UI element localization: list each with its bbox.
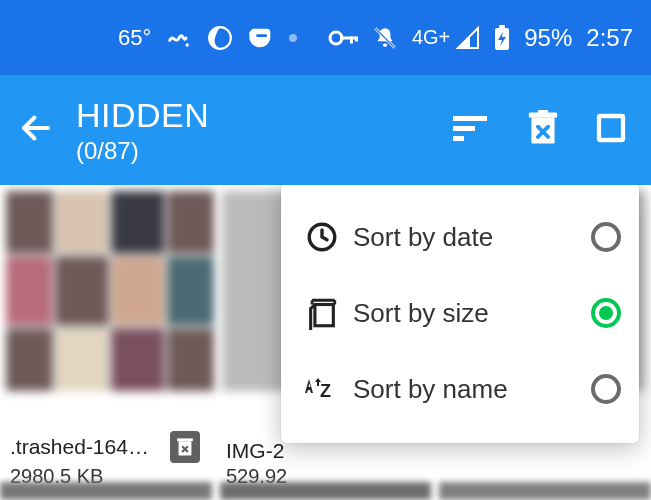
size-icon (299, 296, 345, 330)
svg-rect-14 (453, 136, 464, 141)
clock-icon (299, 220, 345, 254)
svg-rect-18 (599, 116, 623, 140)
select-all-button[interactable] (595, 112, 627, 148)
page-title: HIDDEN (76, 96, 453, 135)
sort-option-label: Sort by name (345, 374, 591, 405)
statusbar: 65° 4G+ 95% 2:57 (0, 0, 651, 75)
file-name: .trashed-164… (10, 435, 149, 459)
key-icon (328, 29, 358, 47)
svg-rect-3 (340, 36, 356, 39)
network-type: 4G+ (412, 26, 450, 49)
battery-charging-icon (494, 25, 510, 51)
svg-text:Z: Z (320, 381, 331, 401)
svg-rect-5 (355, 36, 358, 41)
next-row-peek (0, 482, 651, 500)
radio-unselected-icon (591, 374, 621, 404)
svg-rect-10 (499, 25, 505, 28)
svg-point-0 (186, 43, 189, 46)
sort-button[interactable] (453, 114, 491, 146)
sort-by-date-option[interactable]: Sort by date (289, 199, 631, 275)
file-delete-button[interactable] (170, 431, 200, 463)
bell-off-icon (372, 25, 398, 51)
sort-menu: Sort by date Sort by size Z Sort by name (281, 185, 639, 443)
temperature: 65° (118, 25, 151, 51)
back-button[interactable] (18, 110, 54, 150)
thumbnail[interactable] (6, 191, 214, 391)
sort-option-label: Sort by date (345, 222, 591, 253)
radio-unselected-icon (591, 222, 621, 252)
sort-by-size-option[interactable]: Sort by size (289, 275, 631, 351)
svg-rect-17 (538, 110, 548, 114)
selection-count: (0/87) (76, 137, 453, 165)
svg-rect-12 (453, 116, 487, 121)
az-sort-icon: Z (299, 375, 345, 403)
vpn-shield-icon (247, 24, 275, 52)
delete-button[interactable] (527, 110, 559, 150)
svg-rect-13 (453, 126, 475, 131)
svg-rect-6 (383, 43, 387, 46)
sort-by-name-option[interactable]: Z Sort by name (289, 351, 631, 427)
clock-time: 2:57 (586, 24, 633, 52)
svg-rect-4 (350, 36, 353, 43)
svg-rect-22 (315, 305, 333, 326)
moon-icon (207, 25, 233, 51)
svg-rect-20 (177, 438, 193, 441)
radio-selected-icon (591, 298, 621, 328)
content-surface: .trashed-164… 2980.5 KB IMG-2 529.92 Sor… (0, 185, 651, 500)
title-block: HIDDEN (0/87) (76, 96, 453, 165)
notification-dot-icon (289, 34, 297, 42)
sort-option-label: Sort by size (345, 298, 591, 329)
file-name: IMG-2 (226, 439, 284, 463)
actionbar: HIDDEN (0/87) (0, 75, 651, 185)
battery-level: 95% (524, 24, 572, 52)
squiggle-icon (165, 24, 193, 52)
signal-icon (456, 26, 480, 50)
